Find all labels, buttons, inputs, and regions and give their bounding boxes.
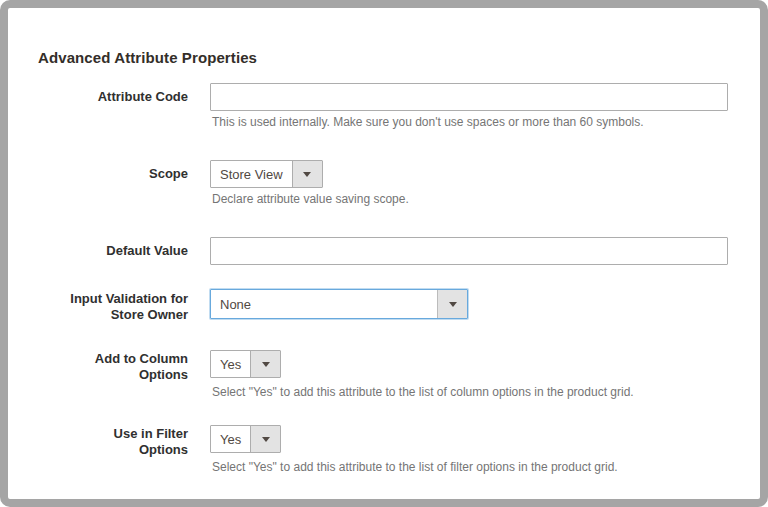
use-in-filter-options-label: Use in Filter Options: [8, 426, 188, 458]
scope-select-value: Store View: [211, 161, 292, 187]
add-to-column-options-select[interactable]: Yes: [210, 350, 281, 378]
use-in-filter-options-note: Select "Yes" to add this attribute to th…: [212, 460, 618, 475]
attribute-code-note: This is used internally. Make sure you d…: [212, 115, 644, 130]
chevron-down-icon[interactable]: [437, 290, 467, 318]
scope-select[interactable]: Store View: [210, 160, 323, 188]
window-frame: Advanced Attribute Properties Attribute …: [0, 0, 768, 507]
default-value-label: Default Value: [8, 243, 188, 259]
page-title: Advanced Attribute Properties: [38, 49, 257, 66]
add-to-column-options-note: Select "Yes" to add this attribute to th…: [212, 385, 634, 400]
add-to-column-options-select-value: Yes: [211, 351, 250, 377]
attribute-code-input[interactable]: [210, 83, 728, 111]
input-validation-label: Input Validation for Store Owner: [8, 291, 188, 323]
chevron-down-icon[interactable]: [292, 161, 322, 187]
add-to-column-options-label: Add to Column Options: [8, 351, 188, 383]
use-in-filter-options-select-value: Yes: [211, 426, 250, 452]
scope-label: Scope: [8, 166, 188, 182]
use-in-filter-options-select[interactable]: Yes: [210, 425, 281, 453]
default-value-input[interactable]: [210, 237, 728, 265]
scope-note: Declare attribute value saving scope.: [212, 192, 409, 207]
input-validation-select-value: None: [211, 290, 437, 318]
chevron-down-icon[interactable]: [250, 426, 280, 452]
attribute-code-label: Attribute Code: [8, 89, 188, 105]
input-validation-select[interactable]: None: [210, 289, 468, 319]
chevron-down-icon[interactable]: [250, 351, 280, 377]
